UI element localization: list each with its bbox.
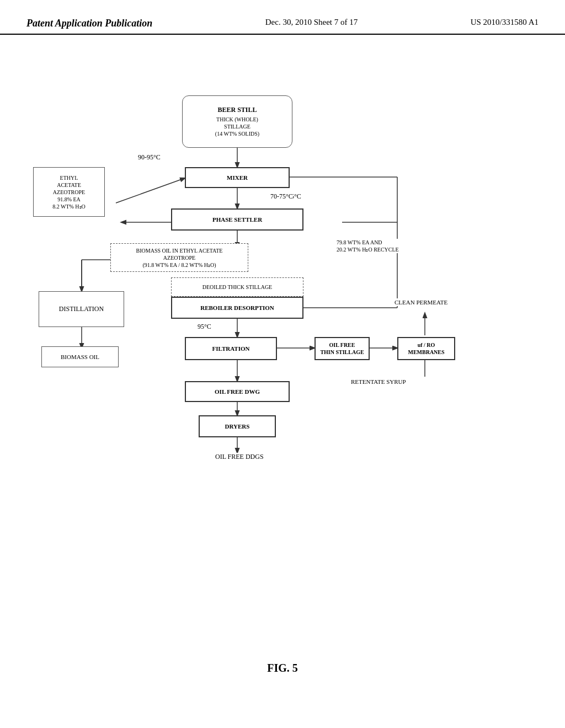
distillation-box: DISTILLATION xyxy=(39,291,124,327)
beer-still-box: BEER STILL THICK (WHOLE)STILLAGE(14 WT% … xyxy=(182,95,292,148)
temp-90-95-label: 90-95°C xyxy=(138,153,161,162)
oil-free-ddgs-label: OIL FREE DDGS xyxy=(215,453,264,462)
oil-free-dwg-box: OIL FREE DWG xyxy=(185,381,290,402)
deoiled-thick-stillage-label: DEOILED THICK STILLAGE xyxy=(171,277,303,297)
uf-ro-membranes-box: uf / RO MEMBRANES xyxy=(397,337,455,360)
recycle-label: 79.8 WT% EA AND20.2 WT% H₂O RECYCLE xyxy=(337,239,425,253)
reboiler-desorption-box: REBOILER DESORPTION xyxy=(171,297,303,319)
retentate-syrup-label: RETENTATE SYRUP xyxy=(351,378,406,386)
oil-free-thin-stillage-box: OIL FREE THIN STILLAGE xyxy=(315,337,370,360)
ethyl-acetate-box: ETHYLACETATEAZEOTROPE91.8% EA8.2 WT% H₂O xyxy=(33,167,105,217)
dryers-box: DRYERS xyxy=(199,415,276,437)
date-sheet-label: Dec. 30, 2010 Sheet 7 of 17 xyxy=(265,18,358,27)
figure-caption: FIG. 5 xyxy=(0,662,565,675)
phase-settler-label: PHASE SETTLER xyxy=(212,216,262,223)
diagram-area: BEER STILL THICK (WHOLE)STILLAGE(14 WT% … xyxy=(0,40,565,691)
filtration-box: FILTRATION xyxy=(185,337,277,360)
svg-line-4 xyxy=(116,178,185,203)
temp-95-label: 95°C xyxy=(198,323,211,331)
patent-number-label: US 2010/331580 A1 xyxy=(471,18,539,27)
page-header: Patent Application Publication Dec. 30, … xyxy=(0,0,565,35)
clean-permeate-label: CLEAN PERMEATE xyxy=(395,298,447,306)
biomass-oil-ea-label: BIOMASS OIL IN ETHYL ACETATEAZEOTROPE(91… xyxy=(110,243,248,272)
phase-settler-box: PHASE SETTLER xyxy=(171,208,303,231)
publication-label: Patent Application Publication xyxy=(26,18,152,29)
beer-still-sublabel: THICK (WHOLE)STILLAGE(14 WT% SOLIDS) xyxy=(215,116,259,137)
beer-still-label: BEER STILL xyxy=(215,106,259,115)
biomass-oil-box: BIOMASS OIL xyxy=(41,346,119,367)
temp-70-75-positioned: 70-75°C xyxy=(270,192,293,201)
mixer-label: MIXER xyxy=(227,174,248,181)
mixer-box: MIXER xyxy=(185,167,290,188)
